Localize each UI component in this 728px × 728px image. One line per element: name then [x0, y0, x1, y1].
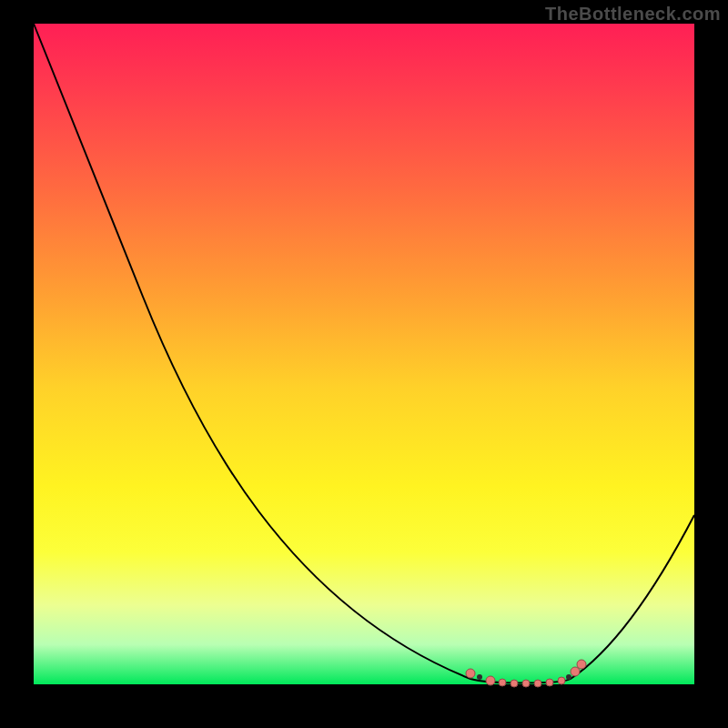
valley-dot — [566, 674, 571, 680]
valley-dot — [477, 674, 482, 680]
curve-svg — [34, 24, 694, 684]
valley-dot — [558, 677, 565, 684]
valley-dot — [511, 680, 518, 687]
valley-dot — [534, 680, 541, 687]
plot-area — [34, 24, 694, 684]
valley-dot — [571, 667, 580, 676]
watermark-text: TheBottleneck.com — [545, 4, 721, 25]
chart-container: TheBottleneck.com — [0, 0, 728, 728]
valley-dot — [499, 679, 506, 686]
valley-dot — [522, 680, 530, 687]
valley-dot — [546, 679, 553, 686]
valley-dot — [486, 676, 495, 685]
valley-dot — [466, 669, 475, 678]
bottleneck-curve — [34, 24, 694, 683]
valley-dot — [577, 660, 586, 669]
